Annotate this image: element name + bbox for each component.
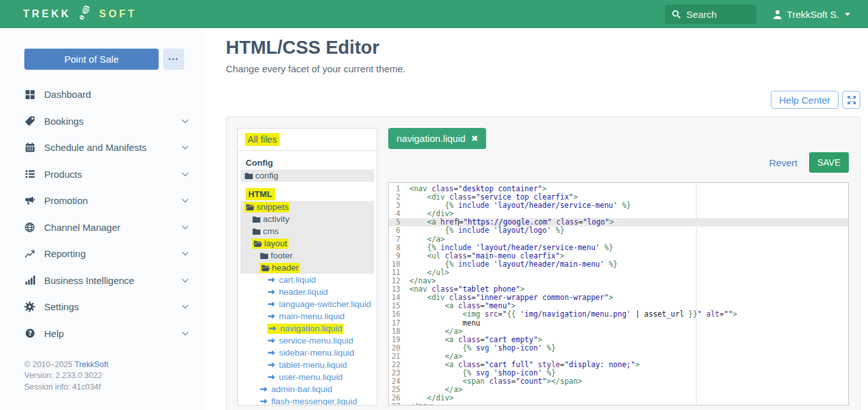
tree-folder-activity[interactable]: activity [241,213,374,225]
code-line-10[interactable]: 10 {% include 'layout/header/main-menu' … [389,260,848,269]
sidebar-item-label: Schedule and Manifests [44,142,174,153]
folder-open-icon [253,239,262,248]
svg-text:?: ? [28,329,31,337]
code-editor[interactable]: 1<nav class="desktop container">2 <div c… [388,182,849,406]
file-arrow-icon [267,312,276,320]
search-icon [672,10,681,19]
tab-navigation-liquid[interactable]: navigation.liquid ✖ [388,128,486,149]
file-arrow-icon [269,324,277,333]
fullscreen-button[interactable] [842,91,860,109]
expand-icon [847,95,856,105]
tree-item-label: navigation.liquid [280,324,342,334]
logo-word-soft: SOFT [99,8,137,20]
reporting-icon [24,248,35,259]
main-content: HTML/CSS Editor Change every facet of yo… [205,28,868,410]
line-number: 19 [389,336,409,344]
tree-item-label: cms [263,226,279,237]
sidebar-item-schedule-and-manifests[interactable]: Schedule and Manifests [0,134,205,161]
footprint-icon [77,4,93,24]
tree-section-html: HTML [241,187,374,201]
line-number: 8 [389,244,409,252]
tree-folder-cms[interactable]: cms [241,225,374,237]
copyright-text: © 2010–2025 [24,360,75,369]
sidebar-item-label: Reporting [44,248,174,259]
sidebar-item-promotion[interactable]: Promotion [0,187,205,214]
sidebar-item-products[interactable]: Products [0,161,205,188]
tree-file-service-menu-liquid[interactable]: service-menu.liquid [241,335,374,347]
sidebar-item-label: Promotion [44,195,174,206]
tree-file-tablet-menu-liquid[interactable]: tablet-menu.liquid [241,359,374,371]
sidebar-item-label: Help [44,328,174,339]
tree-folder-footer[interactable]: footer [241,249,374,262]
trekksoft-link[interactable]: TrekkSoft [75,360,109,369]
chevron-down-icon [182,249,189,256]
code-line-26[interactable]: 26 </div> [389,394,848,402]
chevron-down-icon [182,223,189,229]
tree-item-label: header [272,263,299,273]
point-of-sale-button[interactable]: Point of Sale [24,49,159,70]
file-arrow-icon [267,276,276,284]
copyright-line: © 2010–2025 TrekkSoft [24,359,192,370]
folder-open-icon [261,264,270,272]
tree-folder-layout[interactable]: layout [241,237,374,249]
tree-folder-snippets[interactable]: snippets [241,201,374,213]
tree-file-language-switcher-liquid[interactable]: language-switcher.liquid [241,298,374,310]
line-number: 18 [389,327,409,336]
code-line-27[interactable]: 27</nav> [389,402,848,406]
more-options-button[interactable]: ••• [163,49,184,70]
code-line-text: </nav> [409,402,436,406]
tree-item-label: main-menu.liquid [279,311,345,322]
tree-item-label: admin-bar.liquid [271,384,332,395]
sidebar-item-settings[interactable]: Settings [0,294,205,320]
sidebar-item-reporting[interactable]: Reporting [0,240,205,267]
chevron-down-icon [182,276,189,282]
line-number: 9 [389,252,409,260]
folder-icon [260,251,269,260]
tree-file-flash-messenger-liquid[interactable]: flash-messenger.liquid [241,395,374,406]
tree-item-label: language-switcher.liquid [279,299,371,310]
tree-file-sidebar-menu-liquid[interactable]: sidebar-menu.liquid [241,347,374,359]
tree-file-header-liquid[interactable]: header.liquid [241,286,374,298]
tree-file-user-menu-liquid[interactable]: user-menu.liquid [241,371,374,383]
line-number: 16 [389,310,409,319]
revert-link[interactable]: Revert [769,157,798,168]
tree-item-label: service-menu.liquid [279,336,353,346]
all-files-tab[interactable]: All files [238,129,377,151]
sidebar-item-dashboard[interactable]: Dashboard [0,81,205,108]
search-box[interactable] [665,5,756,24]
promotion-icon [24,195,35,206]
line-number: 27 [389,402,409,406]
sidebar-item-label: Channel Manager [44,222,174,233]
close-tab-icon[interactable]: ✖ [471,134,478,143]
schedule-icon [24,142,35,153]
sidebar-item-bookings[interactable]: Bookings [0,108,205,135]
code-line-3[interactable]: 3 {% include 'layout/header/service-menu… [389,201,848,210]
tree-file-cart-liquid[interactable]: cart.liquid [241,274,374,286]
code-line-6[interactable]: 6 {% include 'layout/logo' %} [389,226,848,235]
sidebar-item-channel-manager[interactable]: Channel Manager [0,214,205,241]
save-button[interactable]: SAVE [809,152,849,173]
bi-icon [24,275,35,286]
user-menu[interactable]: TrekkSoft S. [773,9,850,20]
tree-file-main-menu-liquid[interactable]: main-menu.liquid [241,310,374,322]
code-line-25[interactable]: 25 </a> [389,386,848,394]
file-arrow-icon [267,288,276,296]
all-files-label: All files [245,133,280,146]
tree-folder-config[interactable]: config [241,170,374,182]
search-input[interactable] [686,9,747,20]
dashboard-icon [24,89,35,100]
sidebar-item-business-intelligence[interactable]: Business Intelligence [0,267,205,294]
sidebar-item-label: Business Intelligence [44,275,174,286]
code-line-11[interactable]: 11 </ul> [389,269,848,277]
sidebar-item-help[interactable]: ?Help [0,320,205,347]
chevron-down-icon [182,196,189,203]
tree-file-admin-bar-liquid[interactable]: admin-bar.liquid [241,383,374,395]
sidebar: Point of Sale ••• DashboardBookingsSched… [0,28,205,410]
tree-folder-header[interactable]: header [241,262,374,274]
help-center-button[interactable]: Help Center [771,91,839,109]
trekksoft-logo[interactable]: TREKK SOFT [23,4,137,24]
tree-item-label: footer [271,251,293,261]
tree-file-navigation-liquid[interactable]: navigation.liquid [241,322,374,335]
file-arrow-icon [260,385,268,393]
tree-item-label: config [255,171,278,181]
